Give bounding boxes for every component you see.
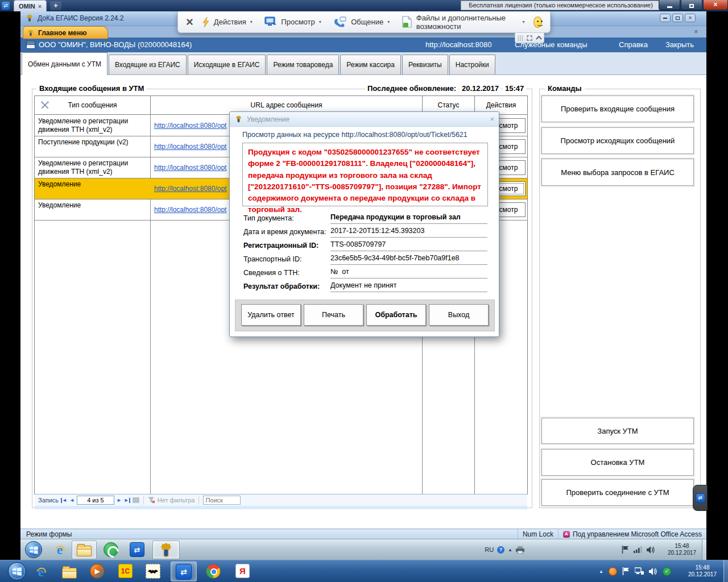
collapse-chevron-icon[interactable] [536, 36, 542, 40]
prev-record-button[interactable]: ◄ [69, 497, 75, 503]
session-tab-label: OMIN [19, 3, 35, 10]
toolbar-collapse-handle[interactable] [515, 33, 544, 43]
chevron-down-icon[interactable]: ▾ [522, 19, 524, 24]
chevron-down-icon[interactable]: ▾ [387, 19, 390, 24]
col-header-type[interactable]: Тип сообщения [35, 96, 151, 114]
dialog-close-icon[interactable]: × [490, 115, 494, 123]
show-desktop-button[interactable] [723, 560, 728, 582]
dialog-titlebar[interactable]: Уведомление × [230, 112, 499, 127]
start-button[interactable] [8, 562, 26, 580]
explorer-icon[interactable] [61, 564, 77, 580]
tab-cashier-mode[interactable]: Режим кассира [340, 55, 401, 74]
show-desktop-button[interactable] [702, 539, 706, 560]
tab-outgoing-egais[interactable]: Исходящие в ЕГАИС [188, 55, 266, 74]
chrome-icon[interactable] [206, 564, 221, 579]
teamviewer-taskbar-icon[interactable]: ⇄ [130, 542, 144, 557]
help-tray-icon[interactable]: ? [497, 546, 504, 554]
print-button[interactable]: Печать [304, 304, 363, 326]
check-utm-connection-button[interactable]: Проверить соединение с УТМ [541, 479, 694, 506]
tab-utm-exchange[interactable]: Обмен данными с УТМ [22, 52, 107, 75]
close-session-icon[interactable]: × [186, 16, 193, 28]
remote-clock[interactable]: 15:4820.12.2017 [668, 539, 696, 560]
signal-icon[interactable] [634, 546, 642, 553]
check-incoming-button[interactable]: Проверить входящие сообщения [541, 95, 694, 122]
app-close-button[interactable]: × [685, 14, 696, 22]
form-tab-main-menu[interactable]: Главное меню [23, 26, 108, 39]
printer-icon[interactable] [516, 546, 524, 554]
app-minimize-button[interactable] [660, 14, 671, 22]
process-button[interactable]: Обработать [366, 304, 426, 326]
commands-group-title: Команды [545, 84, 585, 93]
toolbar-actions-menu[interactable]: Действия [214, 18, 246, 26]
tv-close-button[interactable]: × [703, 0, 728, 10]
record-position[interactable]: 4 из 5 [77, 496, 114, 505]
app-restore-button[interactable] [672, 14, 683, 22]
menu-close[interactable]: Закрыть [665, 40, 694, 49]
start-button[interactable] [25, 541, 42, 558]
session-close-icon[interactable]: × [38, 3, 42, 10]
ie-icon[interactable]: e [33, 564, 49, 580]
message-url-link[interactable]: http://localhost:8080/opt [154, 122, 226, 130]
filter-status[interactable]: Нет фильтра [148, 497, 195, 504]
next-record-button[interactable]: ► [117, 497, 122, 503]
show-hidden-icons[interactable]: ▲ [599, 569, 603, 574]
toolbar-view-menu[interactable]: Просмотр [281, 18, 315, 26]
volume-icon[interactable] [647, 546, 655, 554]
message-type: Уведомление [35, 199, 151, 220]
host-clock[interactable]: 15:4820.12.2017 [688, 560, 717, 582]
volume-icon[interactable] [649, 568, 657, 575]
status-ok-icon[interactable]: ✓ [663, 567, 671, 576]
search-input[interactable] [203, 496, 241, 505]
exit-button[interactable]: Выход [429, 304, 489, 326]
last-record-button[interactable]: ► [124, 497, 130, 503]
explorer-taskbar-button[interactable] [72, 541, 97, 559]
tv-restore-button[interactable] [681, 0, 702, 10]
field-label: Тип документа: [243, 214, 294, 222]
message-url-link[interactable]: http://localhost:8080/opt [154, 164, 226, 172]
message-url-link[interactable]: http://localhost:8080/opt [154, 143, 226, 151]
new-session-button[interactable]: + [50, 1, 61, 10]
1c-icon[interactable]: 1С [118, 564, 133, 578]
stop-utm-button[interactable]: Остановка УТМ [541, 449, 694, 476]
field-value: 23c6e5b5-9c34-49bf-bc5f-7beb70a9f1e8 [330, 254, 487, 265]
first-record-button[interactable]: ◄ [61, 497, 67, 503]
ie-icon[interactable]: e [52, 542, 67, 557]
chevron-down-icon[interactable]: ▾ [250, 19, 253, 24]
form-icon [26, 41, 35, 49]
fullscreen-icon[interactable] [527, 35, 532, 41]
message-url-link[interactable]: http://localhost:8080/opt [154, 206, 226, 214]
tv-minimize-button[interactable] [659, 0, 680, 10]
megafon-icon[interactable] [104, 542, 118, 557]
media-player-icon[interactable]: ▶ [90, 564, 105, 579]
network-icon[interactable] [635, 567, 644, 575]
start-utm-button[interactable]: Запуск УТМ [541, 418, 694, 444]
flag-icon[interactable] [622, 567, 630, 575]
chevron-down-icon[interactable]: ▾ [319, 19, 321, 24]
tab-incoming-egais[interactable]: Входящие из ЕГАИС [109, 55, 187, 74]
teamviewer-side-tab[interactable]: ⇄ [693, 485, 708, 511]
separator [143, 496, 144, 505]
tab-settings[interactable]: Настройки [449, 55, 495, 74]
egais-requests-menu-button[interactable]: Меню выбора запросов в ЕГАИС [541, 159, 694, 186]
language-indicator[interactable]: RU [485, 546, 494, 553]
form-close-icon[interactable]: × [694, 27, 698, 36]
flag-icon[interactable] [622, 546, 629, 554]
tab-merchandiser-mode[interactable]: Режим товароведа [267, 55, 339, 74]
yandex-icon[interactable]: Я [235, 564, 250, 578]
menu-help[interactable]: Справка [619, 40, 648, 49]
tab-requisites[interactable]: Реквизиты [402, 55, 448, 74]
toolbar-chat-menu[interactable]: Общение [351, 18, 383, 26]
message-url-link[interactable]: http://localhost:8080/opt [154, 185, 226, 193]
horizontal-scroll-strip[interactable] [35, 506, 527, 509]
toolbar-files-menu[interactable]: Файлы и дополнительные возможности [416, 14, 519, 31]
view-outgoing-button[interactable]: Просмотр исходящих сообщений [541, 127, 694, 154]
teamviewer-taskbar-button[interactable]: ⇄ [171, 562, 197, 581]
delete-answer-button[interactable]: Удалить ответ [241, 304, 301, 326]
avast-icon[interactable] [609, 567, 617, 576]
session-tab[interactable]: OMIN × [14, 0, 47, 11]
feedback-smiley-icon[interactable] [533, 16, 543, 28]
remote-taskbar: e ⇄ RU ? ▲ 15:4820.12.2017 [20, 539, 706, 560]
thebat-icon[interactable] [146, 564, 160, 579]
show-hidden-icons[interactable]: ▲ [508, 547, 512, 552]
doka-egais-taskbar-button[interactable] [152, 541, 180, 559]
